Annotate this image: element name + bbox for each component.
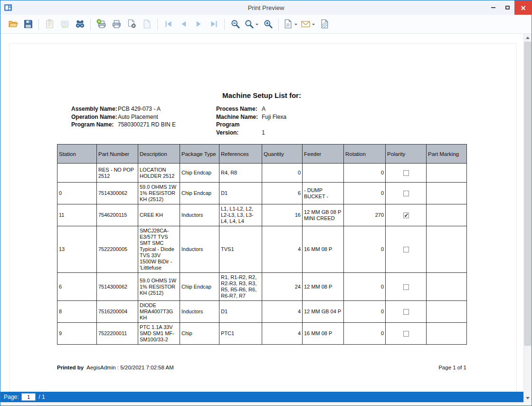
report-page: Machine Setup List for: Assembly Name:PC… [9, 43, 517, 392]
column-header: Polarity [386, 145, 427, 164]
find-button[interactable] [73, 17, 87, 31]
toolbar-separator [90, 19, 91, 30]
print-options-button[interactable] [124, 17, 139, 31]
polarity-checkbox[interactable] [403, 213, 409, 218]
field-label: Program Version: [216, 121, 262, 136]
cell-part-number: 7546200115 [97, 204, 138, 226]
page-number-input[interactable] [21, 393, 36, 401]
cell-description: CREE KH [138, 204, 180, 226]
minimize-button[interactable] [486, 0, 500, 15]
zoom-button[interactable] [243, 17, 260, 31]
save-button[interactable] [21, 17, 35, 31]
column-header: References [219, 145, 262, 164]
cell-quantity: 4 [262, 301, 303, 323]
table-row: 6751430006259.0 OHMS 1W 1% RESISTOR KH (… [57, 273, 467, 301]
cell-description: 59.0 OHMS 1W 1% RESISTOR KH (2512) [138, 273, 180, 301]
toolbar-separator [38, 19, 39, 30]
folder-open-icon [8, 19, 18, 29]
polarity-checkbox[interactable] [403, 170, 409, 176]
scrollbar-track[interactable] [524, 41, 532, 395]
cell-station: 8 [57, 301, 97, 323]
cell-references: D1 [219, 183, 262, 204]
polarity-checkbox[interactable] [403, 309, 409, 315]
field-label: Process Name: [216, 105, 262, 113]
vertical-scrollbar[interactable] [523, 34, 532, 402]
scroll-down-button[interactable] [524, 395, 532, 402]
report-title: Machine Setup List for: [57, 91, 466, 99]
printer-quick-icon [96, 19, 106, 29]
cell-part-marking [427, 204, 467, 226]
window-controls [486, 0, 532, 15]
quick-print-button[interactable] [94, 17, 108, 31]
cell-rotation: 0 [344, 164, 386, 183]
table-row: RES - NO POP 2512LOCATION HOLDER 2512Chi… [57, 164, 467, 183]
cell-rotation: 0 [344, 301, 386, 323]
zoom-out-icon [230, 19, 240, 29]
cell-package-type: Chip Endcap [180, 164, 219, 183]
cell-station: 0 [57, 183, 97, 204]
scroll-up-button[interactable] [524, 34, 532, 41]
printer-dots-icon [60, 19, 70, 29]
app-icon [4, 3, 12, 12]
maximize-button[interactable] [500, 0, 514, 15]
cell-package-type: Chip Endcap [180, 183, 219, 204]
cell-quantity: 0 [262, 164, 303, 183]
cell-part-number: 7514300062 [97, 183, 138, 204]
zoom-icon [244, 19, 254, 29]
cell-part-marking [427, 183, 467, 204]
next-page-icon [194, 19, 204, 29]
zoom-out-button[interactable] [228, 17, 242, 31]
assembly-name-row: Assembly Name:PCB 429-073 - A [71, 105, 216, 113]
program-version-row: Program Version:1 [216, 121, 286, 136]
minimize-icon [491, 7, 495, 8]
table-body: RES - NO POP 2512LOCATION HOLDER 2512Chi… [57, 164, 467, 345]
previous-page-icon [179, 19, 189, 29]
cell-polarity [386, 301, 427, 323]
polarity-checkbox[interactable] [403, 331, 409, 337]
polarity-checkbox[interactable] [403, 191, 409, 196]
dropdown-caret-icon [294, 24, 297, 27]
cell-station: 13 [57, 226, 97, 273]
cell-references: D1 [219, 301, 262, 323]
cell-station: 11 [57, 204, 97, 226]
cell-part-marking [427, 301, 467, 323]
scrollbar-thumb[interactable] [524, 42, 531, 346]
close-button[interactable] [514, 0, 532, 15]
cell-quantity: 24 [262, 273, 303, 301]
field-value: Auto Placement [118, 114, 158, 120]
cell-feeder: 16 MM 08 P [303, 226, 344, 273]
last-page-icon [209, 19, 219, 29]
scroll-up-icon [526, 35, 530, 39]
export-document-button[interactable] [282, 17, 299, 31]
print-button[interactable] [109, 17, 124, 31]
column-header: Feeder [303, 145, 344, 164]
toolbar-separator [157, 19, 158, 30]
print-preview-window: Print Preview Machine Setup List for: As… [0, 0, 532, 406]
cell-description: PTC 1.1A 33V SMD SM1 MF-SM100/33-2 [138, 323, 180, 345]
cell-quantity: 16 [262, 204, 303, 226]
dropdown-caret-icon [256, 24, 258, 27]
polarity-checkbox[interactable] [403, 247, 409, 252]
watermark-button[interactable] [317, 17, 332, 31]
cell-package-type: Chip [180, 323, 219, 345]
field-value: 7580300271 RD BIN E [118, 121, 176, 128]
table-header-row: StationPart NumberDescriptionPackage Typ… [57, 145, 467, 164]
open-button[interactable] [6, 17, 20, 31]
cell-rotation: 270 [344, 204, 386, 226]
process-name-row: Process Name:A [216, 105, 286, 113]
first-page-icon [163, 19, 173, 29]
cell-polarity [386, 183, 427, 204]
cell-feeder: 16 MM 08 P [303, 323, 344, 345]
polarity-checkbox[interactable] [403, 284, 409, 290]
toolbar-separator [278, 19, 279, 30]
window-title: Print Preview [0, 4, 532, 11]
table-row: 87516200004DIODE MRA4007T3G KHInductorsD… [57, 301, 467, 323]
cell-rotation: 0 [344, 226, 386, 273]
field-label: Operation Name: [71, 113, 118, 121]
toolbar-separator [224, 19, 225, 30]
page-setup-button [140, 17, 154, 31]
close-icon [521, 5, 526, 10]
cell-polarity [386, 204, 427, 226]
zoom-in-button[interactable] [261, 17, 275, 31]
send-email-button[interactable] [300, 17, 316, 31]
